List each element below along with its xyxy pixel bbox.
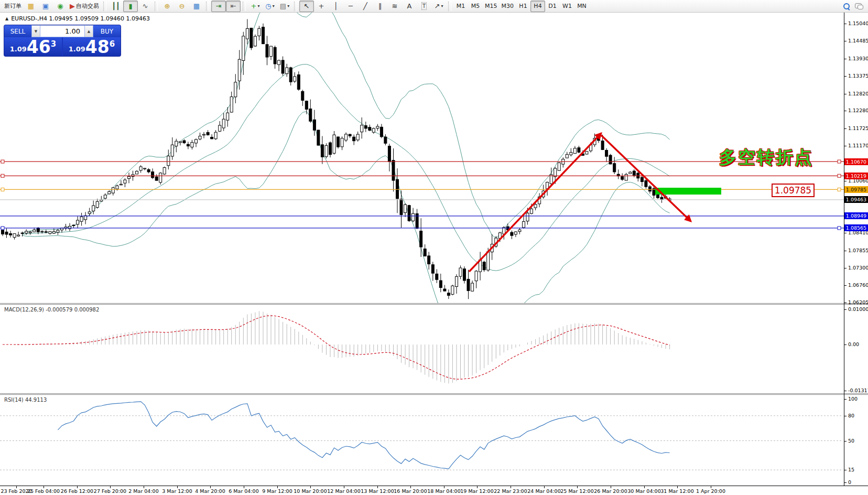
bull-candle	[238, 59, 241, 81]
rsi-pane-canvas[interactable]	[0, 395, 844, 486]
time-axis[interactable]: 23 Feb 202025 Feb 04:0026 Feb 12:0027 Fe…	[0, 486, 868, 495]
bull-candle	[100, 200, 103, 201]
time-tick: 16 Mar 20:00	[394, 488, 427, 494]
down-trend-arrow[interactable]	[601, 135, 691, 221]
tf-h4-button[interactable]: H4	[530, 1, 545, 12]
bar-chart-button[interactable]: ┃┃	[108, 1, 123, 12]
tf-m5-button[interactable]: M5	[468, 1, 483, 12]
price-tick-mark	[844, 233, 847, 233]
macd-signal-line	[3, 316, 670, 379]
price-tick: 1.13375	[848, 73, 868, 79]
bull-candle	[57, 230, 59, 232]
bull-candle	[471, 283, 474, 291]
hline-handle[interactable]	[838, 227, 841, 230]
cursor-button[interactable]: ↖	[299, 1, 314, 12]
hline-handle[interactable]	[838, 174, 841, 177]
bull-candle	[270, 46, 273, 56]
tf-w1-button[interactable]: W1	[560, 1, 574, 12]
periods-icon: ◷	[265, 3, 271, 9]
line-chart-button[interactable]: ∿	[138, 1, 153, 12]
time-tick: 9 Mar 12:00	[262, 488, 292, 494]
chart-shift-button[interactable]: ⇤	[226, 1, 241, 12]
hline-handle[interactable]	[1, 188, 4, 191]
bull-candle	[530, 209, 533, 213]
channel-button[interactable]: ∥	[373, 1, 387, 12]
bull-candle	[203, 134, 205, 135]
zoom-out-button[interactable]: ⊖	[175, 1, 189, 12]
bear-candle	[309, 109, 312, 122]
bear-candle	[329, 143, 332, 155]
bull-candle	[234, 82, 237, 97]
text-button[interactable]: A	[402, 1, 417, 12]
signals-icon[interactable]: ◉	[53, 1, 68, 12]
indicators-button[interactable]: +▾	[248, 1, 263, 12]
price-tick: 1.06205	[848, 299, 868, 305]
bull-candle	[61, 228, 63, 230]
tf-h1-button[interactable]: H1	[516, 1, 530, 12]
bar-chart-icon: ┃┃	[112, 3, 120, 9]
new-order-button[interactable]: 新订单	[2, 1, 24, 12]
hline-handle[interactable]	[838, 160, 841, 163]
turning-point-annotation: 多空转折点	[719, 146, 813, 169]
macd-tick-mark	[844, 391, 847, 391]
terminal-icon[interactable]: ▣	[38, 1, 53, 12]
dropdown-caret-icon: ▾	[273, 4, 275, 8]
bull-candle	[112, 188, 114, 193]
highlight-zone-rect[interactable]	[655, 188, 721, 195]
tile-windows-button[interactable]: ▦	[189, 1, 204, 12]
bull-candle	[80, 217, 83, 221]
dropdown-caret-icon: ▾	[257, 4, 259, 8]
bear-candle	[436, 274, 438, 279]
bull-candle	[246, 28, 248, 39]
bear-candle	[5, 232, 8, 234]
candlestick-button[interactable]: ▮	[123, 1, 138, 12]
text-label-button[interactable]: T	[417, 1, 431, 12]
hline-handle[interactable]	[1, 227, 4, 230]
rsi-tick-mark	[844, 416, 847, 416]
bull-candle	[573, 148, 576, 154]
autotrading-button[interactable]: ▶自动交易	[68, 1, 101, 12]
tf-m30-button[interactable]: M30	[500, 1, 516, 12]
hline-handle[interactable]	[838, 188, 841, 191]
tf-d1-button[interactable]: D1	[545, 1, 560, 12]
main-chart-canvas[interactable]	[0, 13, 844, 304]
arrows-button[interactable]: ↗▾	[431, 1, 446, 12]
bull-candle	[41, 231, 44, 232]
bull-candle	[139, 167, 142, 170]
bull-candle	[459, 268, 462, 276]
bear-candle	[207, 133, 209, 135]
crosshair-button[interactable]: +	[314, 1, 329, 12]
hline-handle[interactable]	[1, 160, 4, 163]
rsi-tick: 100	[848, 396, 858, 402]
macd-pane-canvas[interactable]	[0, 305, 844, 393]
templates-button[interactable]: ▤▾	[277, 1, 292, 12]
periods-button[interactable]: ◷▾	[263, 1, 277, 12]
toolbar-separator	[103, 2, 106, 11]
hline-handle[interactable]	[1, 174, 4, 177]
bull-candle	[144, 168, 146, 169]
bear-candle	[641, 177, 643, 181]
auto-scroll-button[interactable]: ⇥	[211, 1, 226, 12]
profiles-icon[interactable]: ▦	[24, 1, 38, 12]
tf-m15-button[interactable]: M15	[483, 1, 500, 12]
zoom-in-button[interactable]: ⊕	[160, 1, 175, 12]
price-tag-1.08949: 1.08949	[844, 212, 868, 219]
horizontal-line-button[interactable]: ─	[343, 1, 358, 12]
trendline-button[interactable]: ╱	[358, 1, 373, 12]
bull-candle	[77, 220, 79, 224]
vertical-line-button[interactable]: │	[329, 1, 343, 12]
tf-m1-button[interactable]: M1	[453, 1, 468, 12]
bear-candle	[621, 177, 624, 179]
zoom-out-icon: ⊖	[179, 3, 185, 9]
fibonacci-button[interactable]: ≋	[387, 1, 402, 12]
tf-mn-button[interactable]: MN	[574, 1, 589, 12]
macd-tick: 0.00	[848, 341, 859, 347]
price-tick: 1.12820	[848, 91, 868, 96]
price-tick-mark	[844, 111, 847, 111]
pane-divider-macd[interactable]	[0, 303, 868, 305]
price-axis[interactable]: 1.150401.144851.139301.133751.128201.122…	[844, 0, 868, 495]
rsi-tick-mark	[844, 399, 847, 400]
bull-candle	[242, 36, 245, 61]
price-tick-mark	[844, 59, 847, 59]
bear-candle	[45, 232, 47, 232]
